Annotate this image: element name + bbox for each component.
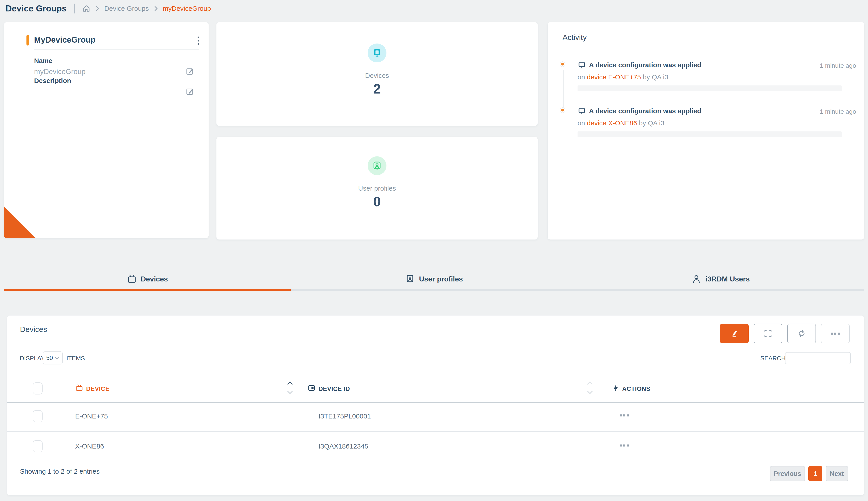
- row-checkbox[interactable]: [33, 440, 43, 452]
- table-title: Devices: [20, 325, 47, 334]
- name-label: Name: [34, 57, 53, 65]
- table-summary: Showing 1 to 2 of 2 entries: [20, 468, 99, 475]
- search-label: SEARCH:: [760, 355, 787, 362]
- sort-desc-icon: [287, 391, 293, 394]
- group-accent-bar: [26, 35, 29, 45]
- kebab-menu-icon[interactable]: [194, 34, 203, 47]
- activity-placeholder-bar: [578, 131, 842, 137]
- activity-detail-suffix: by QA i3: [643, 73, 668, 81]
- person-icon: [692, 274, 701, 284]
- header-divider: [74, 3, 75, 13]
- activity-placeholder-bar: [578, 85, 842, 91]
- monitor-icon: [372, 48, 382, 58]
- active-tab-indicator: [4, 289, 291, 291]
- devices-stat-card[interactable]: Devices 2: [216, 22, 538, 126]
- row-actions-ellipsis[interactable]: [620, 445, 629, 447]
- tab-user-profiles[interactable]: User profiles: [291, 269, 577, 289]
- activity-detail-suffix: by QA i3: [639, 119, 664, 127]
- cell-device-id: I3TE175PL00001: [319, 413, 371, 420]
- row-divider: [7, 431, 864, 432]
- user-profiles-stat-card[interactable]: User profiles 0: [216, 137, 538, 239]
- page-title: Device Groups: [6, 4, 67, 13]
- activity-card: Activity A device configuration was appl…: [548, 22, 864, 239]
- fullscreen-button[interactable]: [754, 323, 782, 343]
- select-all-checkbox[interactable]: [33, 382, 43, 394]
- column-header-actions: ACTIONS: [622, 385, 651, 393]
- refresh-button[interactable]: [787, 323, 816, 343]
- activity-entry-detail: on device X-ONE86 by QA i3: [578, 119, 664, 127]
- edit-name-icon[interactable]: [185, 66, 195, 76]
- search-input[interactable]: [785, 352, 851, 364]
- devices-table-card: Devices DISPLAY 50 ITEMS SEARCH: DEVICE …: [7, 316, 864, 495]
- device-group-card: MyDeviceGroup Name myDeviceGroup Descrip…: [4, 22, 208, 238]
- monitor-icon: [578, 107, 586, 116]
- tab-devices[interactable]: Devices: [4, 269, 291, 289]
- top-header: Device Groups Device Groups myDeviceGrou…: [6, 0, 211, 17]
- column-header-device[interactable]: DEVICE: [86, 385, 109, 393]
- activity-entry-title: A device configuration was applied: [589, 61, 701, 69]
- edit-description-icon[interactable]: [185, 86, 195, 96]
- sort-desc-icon: [587, 391, 593, 394]
- pagination-next-button[interactable]: Next: [826, 466, 848, 481]
- breadcrumb-chevron-icon: [154, 6, 158, 11]
- pencil-icon: [730, 329, 739, 338]
- timeline-dot: [560, 108, 565, 113]
- timeline-connector: [564, 70, 564, 108]
- pagination-previous-button[interactable]: Previous: [770, 466, 805, 481]
- activity-device-link[interactable]: device X-ONE86: [587, 119, 637, 127]
- fullscreen-icon: [763, 329, 772, 338]
- activity-entry-title: A device configuration was applied: [589, 107, 701, 115]
- display-label: DISPLAY: [20, 355, 45, 362]
- ellipsis-icon: [831, 333, 840, 334]
- pagination-page-1-button[interactable]: 1: [808, 466, 822, 481]
- activity-entry-time: 1 minute ago: [820, 108, 856, 115]
- cell-device-id: I3QAX18612345: [319, 443, 368, 450]
- sort-asc-icon: [587, 381, 593, 385]
- user-profiles-stat-value: 0: [373, 193, 381, 210]
- tab-underline-track: [4, 289, 864, 291]
- more-actions-button[interactable]: [821, 323, 850, 343]
- tv-icon: [127, 274, 137, 284]
- devices-stat-value: 2: [373, 81, 381, 97]
- tab-devices-label: Devices: [141, 275, 168, 283]
- chevron-down-icon: [55, 356, 59, 360]
- lightning-bolt-icon: [612, 384, 620, 393]
- sort-asc-icon: [287, 381, 293, 385]
- tab-i3rdm-users-label: i3RDM Users: [705, 275, 750, 283]
- table-header-border: [7, 402, 864, 403]
- name-value: myDeviceGroup: [34, 67, 85, 76]
- user-badge-icon: [405, 274, 415, 284]
- timeline-dot: [560, 62, 565, 67]
- cell-device[interactable]: E-ONE+75: [75, 413, 108, 420]
- activity-detail-prefix: on: [578, 73, 585, 81]
- corner-accent-triangle: [4, 206, 36, 238]
- column-header-device-id[interactable]: DEVICE ID: [319, 385, 350, 393]
- items-label: ITEMS: [66, 355, 85, 362]
- barcode-icon: [307, 384, 316, 393]
- user-profiles-stat-label: User profiles: [358, 184, 396, 192]
- activity-title: Activity: [562, 33, 587, 42]
- tab-i3rdm-users[interactable]: i3RDM Users: [577, 269, 864, 289]
- refresh-icon: [797, 329, 806, 338]
- row-actions-ellipsis[interactable]: [620, 414, 629, 416]
- activity-entry-time: 1 minute ago: [820, 62, 856, 69]
- tab-user-profiles-label: User profiles: [419, 275, 463, 283]
- devices-stat-circle: [368, 43, 386, 62]
- activity-detail-prefix: on: [578, 119, 585, 127]
- breadcrumb-current: myDeviceGroup: [163, 5, 211, 12]
- activity-device-link[interactable]: device E-ONE+75: [587, 73, 641, 81]
- edit-devices-button[interactable]: [720, 323, 749, 343]
- page-size-select[interactable]: 50: [43, 351, 63, 364]
- description-label: Description: [34, 77, 71, 85]
- devices-stat-label: Devices: [365, 72, 389, 79]
- tab-bar: Devices User profiles i3RDM Users: [4, 269, 864, 291]
- home-icon[interactable]: [82, 4, 90, 12]
- tv-icon: [75, 384, 84, 393]
- row-checkbox[interactable]: [33, 410, 43, 422]
- breadcrumb-parent[interactable]: Device Groups: [104, 5, 149, 12]
- breadcrumb-chevron-icon: [95, 6, 99, 11]
- user-profiles-stat-circle: [368, 156, 386, 175]
- user-badge-icon: [372, 161, 382, 171]
- group-divider: [34, 49, 199, 50]
- cell-device[interactable]: X-ONE86: [75, 443, 104, 450]
